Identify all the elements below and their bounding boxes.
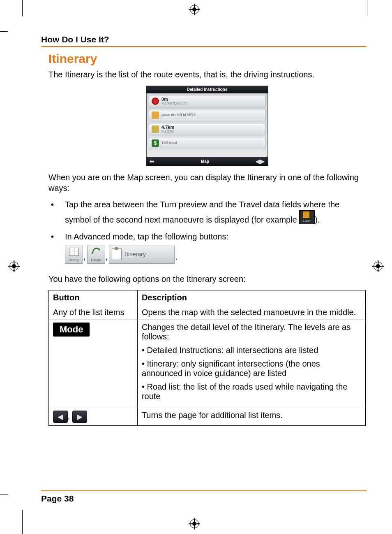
section-header: How Do I Use It? <box>41 35 367 47</box>
button-sequence: Menu, Route, Itinerary. <box>65 246 366 264</box>
cell-text: Changes the detail level of the Itinerar… <box>142 323 350 341</box>
registration-mark-icon <box>374 262 383 271</box>
screenshot-title: Detailed Instructions <box>146 86 268 93</box>
button-label: Menu <box>69 258 79 262</box>
page-number: Page 38 <box>41 494 74 504</box>
manoeuvre-icon: 100m <box>299 210 315 224</box>
col-button-header: Button <box>49 290 138 305</box>
options-table: Button Description Any of the list items… <box>48 290 366 426</box>
back-arrow-icon: ⬅ <box>150 158 154 165</box>
row-line2: M1/M7/E60/E71 <box>161 102 188 105</box>
cell-button: Mode <box>49 320 138 408</box>
row-line2: M1/E60 <box>161 130 174 133</box>
page-prev-icon: ◀ <box>53 411 68 423</box>
route-button-icon: Route <box>87 246 105 264</box>
separator: . <box>175 251 178 264</box>
device-screenshot: Detailed Instructions 0mM1/M7/E60/E71 pa… <box>146 86 268 166</box>
crop-mark <box>22 510 23 534</box>
screenshot-row: $ Toll road <box>149 137 265 149</box>
start-icon <box>152 98 159 105</box>
cell-button: ◀, ▶ <box>49 408 138 426</box>
registration-mark-icon <box>190 5 199 14</box>
sub-item: • Road list: the list of the roads used … <box>142 382 361 401</box>
menu-button-icon: Menu <box>65 246 83 264</box>
page-content: How Do I Use It? Itinerary The Itinerary… <box>41 35 367 426</box>
itinerary-button-icon: Itinerary <box>109 246 175 264</box>
crop-mark <box>0 31 8 32</box>
row-line1: pass on left M7/E71 <box>161 113 196 117</box>
list-item: In Advanced mode, tap the following butt… <box>48 231 366 264</box>
cell-button: Any of the list items <box>49 305 138 320</box>
col-description-header: Description <box>137 290 365 305</box>
table-row: ◀, ▶ Turns the page for additional list … <box>49 408 366 426</box>
bullet-text: Tap the area between the Turn preview an… <box>65 200 339 224</box>
prev-arrow-icon: ◀ <box>256 158 260 165</box>
separator: , <box>83 251 87 264</box>
merge-icon <box>152 125 159 133</box>
bullet-list: Tap the area between the Turn preview an… <box>48 199 366 264</box>
crop-mark <box>367 0 367 16</box>
table-row: Mode Changes the detail level of the Iti… <box>49 320 366 408</box>
bullet-text: In Advanced mode, tap the following butt… <box>65 232 228 241</box>
sub-list: • Detailed Instructions: all intersectio… <box>142 346 361 401</box>
page-title: Itinerary <box>48 52 366 66</box>
next-arrow-icon: ▶ <box>260 158 265 165</box>
button-label: Itinerary <box>125 251 146 258</box>
sub-item: • Detailed Instructions: all intersectio… <box>142 346 361 355</box>
screenshot-row: 0mM1/M7/E60/E71 <box>149 95 265 107</box>
paragraph: When you are on the Map screen, you can … <box>48 172 366 193</box>
separator: , <box>106 251 109 264</box>
list-item: Tap the area between the Turn preview an… <box>48 199 366 225</box>
cell-description: Changes the detail level of the Itinerar… <box>137 320 365 408</box>
screenshot-row: pass on left M7/E71 <box>149 109 265 121</box>
table-row: Any of the list items Opens the map with… <box>49 305 366 320</box>
footer-rule <box>41 490 367 491</box>
button-label: Route <box>91 258 101 262</box>
registration-mark-icon <box>190 519 199 528</box>
screenshot-row: 4.7kmM1/E60 <box>149 123 265 135</box>
cell-description: Turns the page for additional list items… <box>137 408 365 426</box>
crop-mark <box>22 0 23 16</box>
intro-paragraph: The Itinerary is the list of the route e… <box>48 69 366 80</box>
map-label: Map <box>154 159 256 164</box>
bullet-text-tail: ). <box>315 215 320 224</box>
sub-item: • Itinerary: only significant intersecti… <box>142 359 361 378</box>
cell-description: Opens the map with the selected manoeuvr… <box>137 305 365 320</box>
paragraph: You have the following options on the It… <box>48 274 366 284</box>
mode-badge-icon: Mode <box>53 323 90 337</box>
crop-mark <box>0 495 8 495</box>
row-line1: Toll road <box>161 141 177 145</box>
page-next-icon: ▶ <box>72 411 87 423</box>
screenshot-footer: ⬅ Map ◀ ▶ <box>146 157 268 166</box>
toll-icon: $ <box>152 139 159 147</box>
registration-mark-icon <box>9 262 18 271</box>
left-icon <box>152 111 159 119</box>
table-header-row: Button Description <box>49 290 366 305</box>
